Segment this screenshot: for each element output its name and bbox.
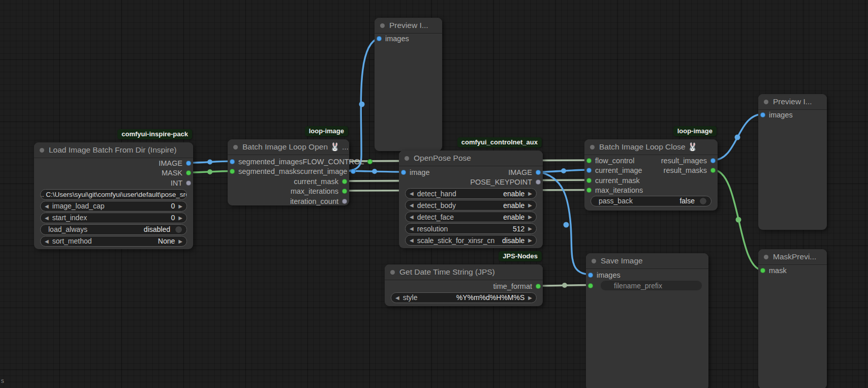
combo-right-arrow-icon[interactable]: ▶ — [178, 238, 182, 244]
node-title-bar[interactable]: Load Image Batch From Dir (Inspire) — [34, 142, 193, 158]
input-slot-current-mask[interactable] — [586, 178, 592, 183]
scale-stick-widget[interactable]: ◀ scale_stick_for_xinsr_cn disable ▶ — [405, 235, 537, 246]
combo-right-arrow-icon[interactable]: ▶ — [528, 295, 532, 301]
output-slot-flow-control[interactable] — [367, 159, 373, 164]
decrement-arrow-icon[interactable]: ◀ — [410, 226, 414, 231]
node-save-image[interactable]: Save Image images filename_prefix — [586, 253, 708, 388]
resolution-widget[interactable]: ◀ resolution 512 ▶ — [405, 223, 537, 234]
node-title-bar[interactable]: Get Date Time String (JPS) — [385, 264, 543, 280]
link-dot[interactable] — [561, 168, 566, 173]
node-get-date-time-string[interactable]: JPS-Nodes Get Date Time String (JPS) tim… — [385, 264, 543, 306]
node-title: OpenPose Pose — [414, 154, 471, 163]
combo-left-arrow-icon[interactable]: ◀ — [410, 214, 414, 220]
input-slot-images[interactable] — [588, 273, 593, 278]
collapse-dot-icon[interactable] — [40, 148, 44, 153]
output-slot-image[interactable] — [186, 161, 191, 166]
input-slot-segmented-masks[interactable] — [230, 169, 235, 174]
image-load-cap-widget[interactable]: ◀ image_load_cap 0 ▶ — [40, 201, 187, 212]
graph-canvas[interactable]: comfyui-inspire-pack Load Image Batch Fr… — [0, 0, 868, 388]
toggle-knob[interactable] — [699, 197, 707, 205]
node-title-bar[interactable]: Preview I... — [758, 94, 827, 110]
toggle-knob[interactable] — [175, 226, 182, 233]
collapse-dot-icon[interactable] — [590, 145, 595, 150]
input-slot-segmented-images[interactable] — [230, 159, 235, 164]
node-preview-image-right[interactable]: Preview I... images — [758, 94, 827, 230]
combo-right-arrow-icon[interactable]: ▶ — [528, 191, 532, 196]
combo-left-arrow-icon[interactable]: ◀ — [410, 237, 414, 243]
load-always-toggle[interactable]: load_always disabled — [40, 224, 187, 235]
node-title-bar[interactable]: MaskPrevi... — [758, 249, 827, 265]
link-dot[interactable] — [207, 169, 212, 174]
input-slot-filename-prefix[interactable] — [588, 283, 593, 288]
collapse-dot-icon[interactable] — [764, 100, 768, 104]
collapse-dot-icon[interactable] — [390, 270, 395, 275]
output-slot-time-format[interactable] — [536, 284, 541, 289]
output-slot-int[interactable] — [186, 181, 191, 186]
output-slot-max-iterations[interactable] — [342, 189, 347, 194]
link-dot[interactable] — [564, 222, 569, 228]
input-slot-image[interactable] — [401, 170, 406, 175]
input-slot-mask[interactable] — [760, 268, 765, 273]
node-title-bar[interactable]: Save Image — [586, 253, 708, 269]
output-slot-result-masks[interactable] — [710, 168, 716, 173]
node-openpose-pose[interactable]: comfyui_controlnet_aux OpenPose Pose ima… — [399, 151, 543, 248]
output-slot-pose-keypoint[interactable] — [536, 180, 541, 185]
node-title-bar[interactable]: Batch Image Loop Open 🐰 ... — [228, 139, 349, 155]
link-dot[interactable] — [372, 169, 377, 174]
input-slot-max-iterations[interactable] — [586, 188, 592, 193]
detect-face-widget[interactable]: ◀ detect_face enable ▶ — [405, 212, 537, 222]
combo-left-arrow-icon[interactable]: ◀ — [395, 295, 399, 301]
collapse-dot-icon[interactable] — [233, 145, 238, 150]
collapse-dot-icon[interactable] — [405, 156, 409, 161]
increment-arrow-icon[interactable]: ▶ — [178, 203, 182, 209]
decrement-arrow-icon[interactable]: ◀ — [45, 203, 49, 209]
combo-left-arrow-icon[interactable]: ◀ — [410, 191, 414, 196]
combo-left-arrow-icon[interactable]: ◀ — [45, 238, 49, 244]
output-slot-image[interactable] — [536, 170, 541, 175]
input-slot-images[interactable] — [377, 36, 382, 41]
combo-right-arrow-icon[interactable]: ▶ — [528, 214, 532, 220]
output-slot-result-images[interactable] — [710, 158, 716, 163]
link-dot[interactable] — [735, 135, 740, 140]
collapse-dot-icon[interactable] — [764, 255, 768, 259]
node-title-bar[interactable]: OpenPose Pose — [399, 151, 543, 166]
pass-back-toggle[interactable]: pass_back false — [591, 196, 711, 206]
combo-left-arrow-icon[interactable]: ◀ — [410, 202, 414, 208]
widget-value: 512 — [513, 225, 524, 233]
collapse-dot-icon[interactable] — [592, 259, 596, 263]
node-batch-image-loop-open[interactable]: loop-image Batch Image Loop Open 🐰 ... s… — [228, 139, 349, 205]
link-mask-to-segmented-masks — [189, 171, 232, 173]
link-dot[interactable] — [736, 217, 741, 223]
collapse-dot-icon[interactable] — [380, 23, 385, 28]
detect-hand-widget[interactable]: ◀ detect_hand enable ▶ — [405, 188, 537, 199]
node-load-image-batch-from-dir[interactable]: comfyui-inspire-pack Load Image Batch Fr… — [34, 142, 193, 249]
increment-arrow-icon[interactable]: ▶ — [178, 215, 182, 221]
decrement-arrow-icon[interactable]: ◀ — [45, 215, 49, 221]
start-index-widget[interactable]: ◀ start_index 0 ▶ — [40, 213, 187, 223]
link-dot[interactable] — [359, 102, 365, 107]
input-slot-images[interactable] — [760, 112, 765, 117]
filename-prefix-widget[interactable]: filename_prefix — [600, 280, 702, 291]
combo-right-arrow-icon[interactable]: ▶ — [528, 237, 532, 243]
node-batch-image-loop-close[interactable]: loop-image Batch Image Loop Close 🐰 flow… — [584, 139, 718, 211]
style-widget[interactable]: ◀ style %Y%m%d%H%M%S ▶ — [391, 292, 537, 303]
detect-body-widget[interactable]: ◀ detect_body enable ▶ — [405, 200, 537, 211]
node-pack-badge: comfyui_controlnet_aux — [457, 137, 542, 147]
output-slot-iteration-count[interactable] — [342, 199, 347, 204]
widget-value: disable — [502, 236, 524, 245]
node-mask-preview[interactable]: MaskPrevi... mask — [758, 249, 827, 388]
input-slot-flow-control[interactable] — [586, 158, 592, 163]
combo-right-arrow-icon[interactable]: ▶ — [528, 202, 532, 208]
increment-arrow-icon[interactable]: ▶ — [528, 226, 532, 231]
output-slot-current-image[interactable] — [351, 169, 356, 174]
node-preview-image-top[interactable]: Preview I... images — [375, 18, 442, 151]
output-slot-mask[interactable] — [186, 170, 191, 175]
link-dot[interactable] — [562, 283, 567, 288]
directory-combo-widget[interactable]: ... C:\Users\syui\git\comfyui\user\defau… — [40, 189, 187, 200]
input-slot-current-image[interactable] — [586, 168, 592, 173]
sort-method-widget[interactable]: ◀ sort_method None ▶ — [40, 236, 187, 247]
output-slot-current-mask[interactable] — [342, 179, 347, 184]
node-title-bar[interactable]: Preview I... — [375, 18, 442, 34]
link-dot[interactable] — [207, 160, 212, 165]
node-title-bar[interactable]: Batch Image Loop Close 🐰 — [584, 139, 718, 155]
